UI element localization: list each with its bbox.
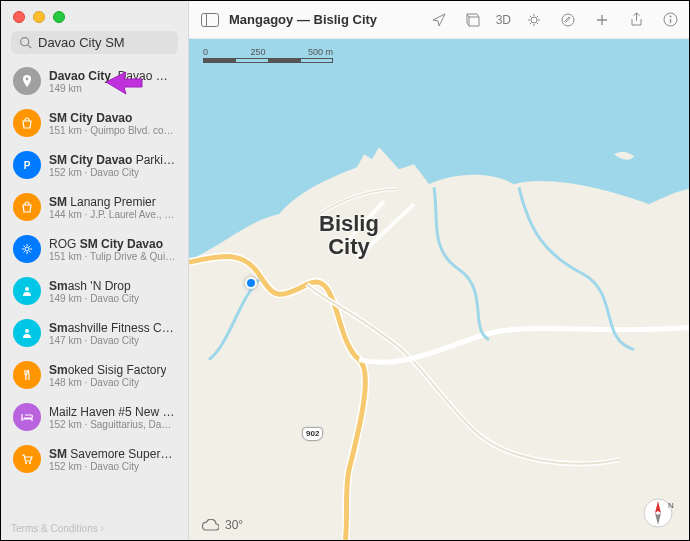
- search-result[interactable]: SM City Davao151 km · Quimpo Blvd. cor. …: [5, 102, 184, 144]
- settings-icon[interactable]: [523, 9, 545, 31]
- main-area: Mangagoy — Bislig City 3D: [189, 1, 689, 540]
- window-controls: [1, 1, 188, 31]
- search-result[interactable]: Davao City, Davao Del Sur, Philippi…149 …: [5, 60, 184, 102]
- current-location-dot: [245, 277, 257, 289]
- three-d-toggle[interactable]: 3D: [496, 13, 511, 27]
- result-title: SM City Davao: [49, 111, 176, 125]
- svg-point-0: [21, 38, 29, 46]
- result-title: Davao City, Davao Del Sur, Philippi…: [49, 69, 176, 83]
- close-window[interactable]: [13, 11, 25, 23]
- svg-point-4: [25, 247, 29, 251]
- search-result[interactable]: Smashville Fitness Center147 km · Davao …: [5, 312, 184, 354]
- search-result[interactable]: SM Savemore Supermarket152 km · Davao Ci…: [5, 438, 184, 480]
- result-subtitle: 151 km · Quimpo Blvd. cor. Tulip and Eco…: [49, 125, 176, 136]
- svg-point-14: [669, 16, 671, 18]
- annotate-icon[interactable]: [557, 9, 579, 31]
- search-input[interactable]: [38, 35, 206, 50]
- city-label: BisligCity: [319, 212, 379, 258]
- result-category-icon: [13, 445, 41, 473]
- route-shield: 902: [302, 427, 323, 441]
- minimize-window[interactable]: [33, 11, 45, 23]
- search-result[interactable]: PSM City Davao Parking Lot152 km · Davao…: [5, 144, 184, 186]
- svg-point-6: [25, 329, 29, 333]
- result-subtitle: 144 km · J.P. Laurel Ave., Davao City: [49, 209, 176, 220]
- search-icon: [19, 36, 32, 49]
- result-category-icon: [13, 361, 41, 389]
- share-icon[interactable]: [625, 9, 647, 31]
- page-title: Mangagoy — Bislig City: [229, 12, 377, 27]
- weather-widget[interactable]: 30°: [201, 518, 243, 532]
- map-canvas[interactable]: 0 250 500 m BisligCity 902: [189, 39, 689, 540]
- result-category-icon: [13, 319, 41, 347]
- result-subtitle: 152 km · Saguittarius, Davao City: [49, 419, 176, 430]
- result-category-icon: [13, 193, 41, 221]
- result-category-icon: [13, 403, 41, 431]
- sidebar: Davao City, Davao Del Sur, Philippi…149 …: [1, 1, 189, 540]
- svg-point-8: [29, 462, 31, 464]
- result-category-icon: [13, 277, 41, 305]
- result-subtitle: 147 km · Davao City: [49, 335, 176, 346]
- toolbar: Mangagoy — Bislig City 3D: [189, 1, 689, 39]
- result-title: SM Savemore Supermarket: [49, 447, 176, 461]
- search-field[interactable]: [11, 31, 178, 54]
- result-subtitle: 148 km · Davao City: [49, 377, 166, 388]
- result-title: Smoked Sisig Factory: [49, 363, 166, 377]
- compass[interactable]: N: [641, 496, 675, 530]
- svg-point-11: [531, 17, 537, 23]
- result-subtitle: 149 km: [49, 83, 176, 94]
- result-subtitle: 152 km · Davao City: [49, 167, 176, 178]
- inspect-icon[interactable]: [659, 9, 681, 31]
- search-result[interactable]: ROG SM City Davao151 km · Tulip Drive & …: [5, 228, 184, 270]
- svg-text:P: P: [24, 160, 31, 171]
- result-title: Smashville Fitness Center: [49, 321, 176, 335]
- location-icon[interactable]: [428, 9, 450, 31]
- search-result[interactable]: Mailz Haven #5 New Homey Apart…152 km · …: [5, 396, 184, 438]
- search-result[interactable]: Smoked Sisig Factory148 km · Davao City: [5, 354, 184, 396]
- result-category-icon: [13, 235, 41, 263]
- cloud-icon: [201, 519, 219, 532]
- result-title: Mailz Haven #5 New Homey Apart…: [49, 405, 176, 419]
- result-category-icon: P: [13, 151, 41, 179]
- svg-point-7: [25, 462, 27, 464]
- result-subtitle: 152 km · Davao City: [49, 461, 176, 472]
- weather-temp: 30°: [225, 518, 243, 532]
- add-icon[interactable]: [591, 9, 613, 31]
- sidebar-toggle-icon[interactable]: [199, 9, 221, 31]
- result-title: Smash 'N Drop: [49, 279, 139, 293]
- scale-bar: 0 250 500 m: [203, 47, 333, 63]
- result-title: SM City Davao Parking Lot: [49, 153, 176, 167]
- result-subtitle: 149 km · Davao City: [49, 293, 139, 304]
- result-category-icon: [13, 109, 41, 137]
- map-layers-icon[interactable]: [462, 9, 484, 31]
- svg-rect-9: [202, 13, 219, 26]
- terms-link[interactable]: Terms & Conditions ›: [11, 523, 104, 534]
- svg-point-5: [25, 287, 29, 291]
- svg-point-2: [26, 78, 29, 81]
- result-title: ROG SM City Davao: [49, 237, 176, 251]
- svg-text:N: N: [668, 501, 674, 510]
- maximize-window[interactable]: [53, 11, 65, 23]
- result-category-icon: [13, 67, 41, 95]
- result-title: SM Lanang Premier: [49, 195, 176, 209]
- search-result[interactable]: SM Lanang Premier144 km · J.P. Laurel Av…: [5, 186, 184, 228]
- search-result[interactable]: Smash 'N Drop149 km · Davao City: [5, 270, 184, 312]
- result-subtitle: 151 km · Tulip Drive & Quimpo Boulevard…: [49, 251, 176, 262]
- svg-line-1: [28, 45, 31, 48]
